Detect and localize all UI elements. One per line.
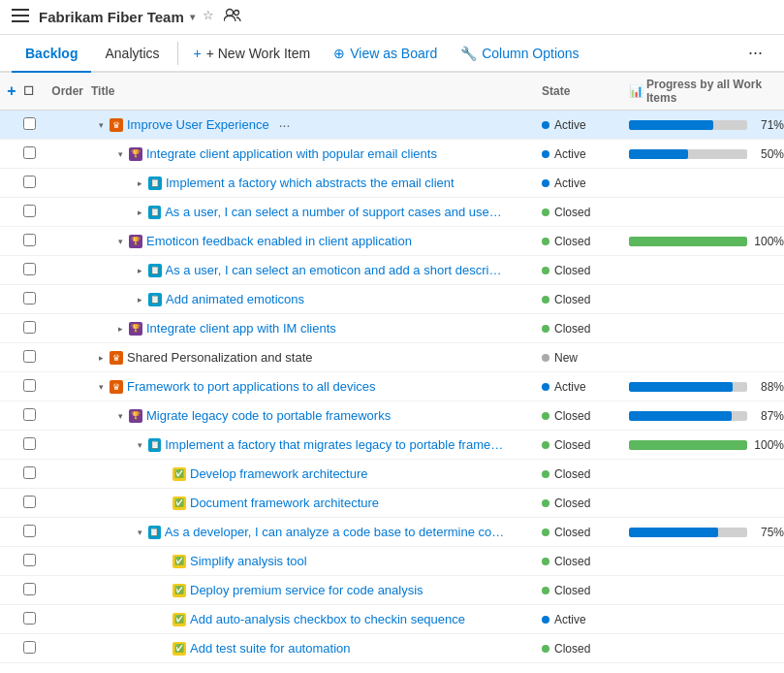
table-row[interactable]: + ▾ 📋 Implement a factory that migrates …	[0, 431, 784, 460]
table-row[interactable]: + ✅ Develop framework architecture Close…	[0, 460, 784, 489]
table-row[interactable]: + ▸ ♛ Shared Personalization and state N…	[0, 343, 784, 372]
row-checkbox[interactable]	[23, 379, 43, 395]
row-checkbox[interactable]	[23, 205, 43, 220]
table-row[interactable]: + ▾ 📋 As a developer, I can analyze a co…	[0, 518, 784, 547]
row-check-input[interactable]	[23, 496, 36, 508]
row-check-input[interactable]	[23, 176, 36, 188]
team-chevron-icon[interactable]: ▾	[190, 12, 195, 22]
row-checkbox[interactable]	[23, 466, 43, 482]
collapse-icon[interactable]: ▾	[118, 411, 123, 421]
row-checkbox[interactable]	[23, 234, 43, 249]
row-check-input[interactable]	[23, 408, 36, 421]
row-title[interactable]: Migrate legacy code to portable framewor…	[146, 408, 391, 423]
nav-analytics[interactable]: Analytics	[91, 36, 172, 73]
collapse-icon[interactable]: ▾	[99, 382, 104, 392]
row-title[interactable]: As a developer, I can analyze a code bas…	[165, 525, 506, 539]
table-row[interactable]: + ▸ 📋 Add animated emoticons Closed	[0, 285, 784, 314]
row-check-input[interactable]	[23, 583, 36, 595]
table-row[interactable]: + ▾ 🏆 Migrate legacy code to portable fr…	[0, 401, 784, 431]
row-checkbox[interactable]	[23, 583, 43, 598]
row-check-input[interactable]	[23, 117, 36, 130]
row-checkbox[interactable]	[23, 408, 43, 424]
row-checkbox[interactable]	[23, 146, 43, 162]
row-title[interactable]: Implement a factory that migrates legacy…	[165, 437, 504, 452]
row-title[interactable]: Improve User Experience	[127, 117, 269, 132]
nav-backlog[interactable]: Backlog	[12, 36, 91, 73]
row-checkbox[interactable]	[23, 117, 43, 133]
row-checkbox[interactable]	[23, 350, 43, 366]
row-check-input[interactable]	[23, 205, 36, 217]
row-title[interactable]: Shared Personalization and state	[127, 350, 313, 365]
collapse-icon[interactable]: ▾	[118, 237, 123, 246]
table-row[interactable]: + ✅ Document framework architecture Clos…	[0, 489, 784, 518]
expand-icon[interactable]: ▸	[138, 266, 142, 275]
column-options-button[interactable]: 🔧 Column Options	[449, 38, 590, 69]
row-check-input[interactable]	[23, 350, 36, 363]
new-work-item-button[interactable]: + + New Work Item	[182, 38, 323, 69]
collapse-icon[interactable]: ▾	[118, 149, 123, 159]
row-check-input[interactable]	[23, 466, 36, 479]
table-row[interactable]: + ▾ 🏆 Emoticon feedback enabled in clien…	[0, 227, 784, 256]
table-row[interactable]: + ▸ 📋 Implement a factory which abstract…	[0, 169, 784, 198]
row-checkbox[interactable]	[23, 437, 43, 453]
row-context-menu[interactable]: ···	[273, 117, 297, 133]
row-check-input[interactable]	[23, 612, 36, 625]
row-check-input[interactable]	[23, 379, 36, 392]
row-checkbox[interactable]	[23, 321, 43, 336]
row-title[interactable]: Add auto-analysis checkbox to checkin se…	[190, 612, 465, 626]
row-title[interactable]: Simplify analysis tool	[190, 554, 307, 568]
row-title[interactable]: Add animated emoticons	[166, 292, 304, 306]
row-title[interactable]: Add test suite for automation	[190, 641, 350, 656]
row-checkbox[interactable]	[23, 263, 43, 278]
table-row[interactable]: + ✅ Add auto-analysis checkbox to checki…	[0, 605, 784, 634]
row-check-input[interactable]	[23, 525, 36, 537]
row-check-input[interactable]	[23, 554, 36, 566]
view-as-board-button[interactable]: ⊕ View as Board	[322, 38, 449, 69]
collapse-icon[interactable]: ▾	[138, 440, 142, 450]
table-row[interactable]: + ▾ ♛ Framework to port applications to …	[0, 372, 784, 401]
star-icon[interactable]: ☆	[203, 8, 214, 26]
row-title[interactable]: Integrate client application with popula…	[146, 146, 437, 161]
people-icon[interactable]	[224, 8, 241, 26]
table-row[interactable]: + ▸ 🏆 Integrate client app with IM clien…	[0, 314, 784, 343]
expand-icon[interactable]: ▸	[138, 178, 142, 188]
table-row[interactable]: + ▾ ♛ Improve User Experience ··· Active…	[0, 111, 784, 140]
row-title[interactable]: Develop framework architecture	[190, 466, 368, 481]
row-checkbox[interactable]	[23, 496, 43, 511]
table-row[interactable]: + ✅ Simplify analysis tool Closed	[0, 547, 784, 576]
row-checkbox[interactable]	[23, 554, 43, 569]
table-row[interactable]: + ▾ 🏆 Integrate client application with …	[0, 140, 784, 169]
row-check-input[interactable]	[23, 146, 36, 159]
check-column[interactable]: ☐	[23, 84, 43, 98]
collapse-icon[interactable]: ▾	[99, 120, 104, 130]
row-checkbox[interactable]	[23, 641, 43, 657]
table-row[interactable]: + ▸ 📋 As a user, I can select an emotico…	[0, 256, 784, 285]
nav-more-button[interactable]: ···	[738, 35, 772, 71]
table-row[interactable]: + ▸ 📋 As a user, I can select a number o…	[0, 198, 784, 227]
row-title[interactable]: Document framework architecture	[190, 496, 379, 510]
row-title[interactable]: As a user, I can select a number of supp…	[165, 205, 504, 219]
row-check-input[interactable]	[23, 292, 36, 304]
row-checkbox[interactable]	[23, 525, 43, 540]
row-check-input[interactable]	[23, 437, 36, 450]
row-checkbox[interactable]	[23, 612, 43, 627]
row-title[interactable]: Emoticon feedback enabled in client appl…	[146, 234, 412, 248]
expand-icon[interactable]: ▸	[99, 353, 104, 363]
expand-icon[interactable]: ▸	[138, 295, 142, 304]
expand-icon[interactable]: ▸	[138, 208, 142, 217]
row-check-input[interactable]	[23, 321, 36, 334]
row-checkbox[interactable]	[23, 176, 43, 191]
collapse-icon[interactable]: ▾	[138, 528, 142, 537]
row-title[interactable]: Integrate client app with IM clients	[146, 321, 336, 336]
expand-icon[interactable]: ▸	[118, 324, 123, 334]
row-checkbox[interactable]	[23, 292, 43, 307]
row-title[interactable]: Implement a factory which abstracts the …	[166, 176, 455, 190]
table-row[interactable]: + ✅ Deploy premium service for code anal…	[0, 576, 784, 605]
row-title[interactable]: Framework to port applications to all de…	[127, 379, 376, 394]
hamburger-icon[interactable]	[12, 9, 29, 25]
row-title[interactable]: Deploy premium service for code analysis	[190, 583, 423, 597]
table-row[interactable]: + ✅ Add test suite for automation Closed	[0, 634, 784, 663]
row-check-input[interactable]	[23, 263, 36, 275]
row-check-input[interactable]	[23, 234, 36, 246]
row-check-input[interactable]	[23, 641, 36, 654]
